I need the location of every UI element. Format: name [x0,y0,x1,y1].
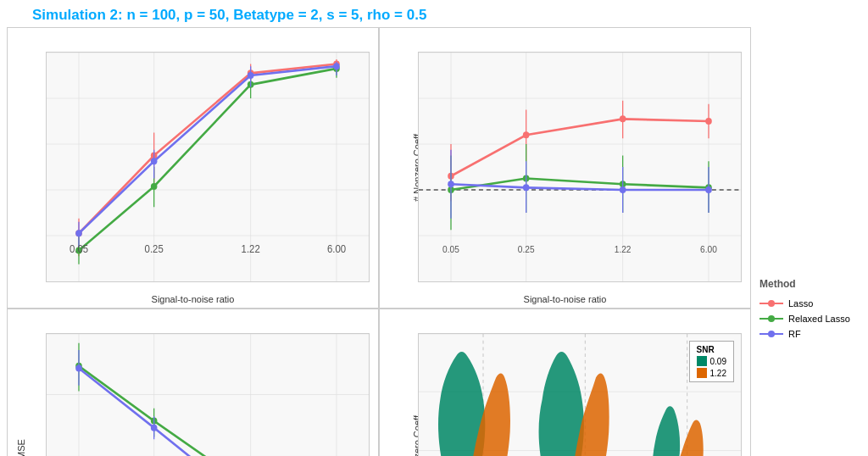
svg-point-59 [705,118,712,125]
legend-line-rf [760,333,783,335]
svg-point-74 [620,186,626,193]
chart-area-tr: 0 5 10 15 20 0.05 0.25 1.22 6.00 [418,52,742,282]
snr-legend: SNR 0.09 1.22 [689,341,734,382]
svg-point-73 [523,184,530,191]
legend-line-relaxed-lasso [760,318,783,320]
svg-point-22 [151,183,158,190]
plots-area: Retention Frequency Signal-to-noise rati… [7,27,861,456]
svg-text:0.05: 0.05 [442,245,459,254]
main-container: Simulation 2: n = 100, p = 50, Betatype … [0,0,868,456]
legend-title: Method [760,278,853,290]
legend-panel: Method Lasso Relaxed Lasso RF [751,27,861,456]
svg-point-31 [248,72,254,79]
snr-label-1.22: 1.22 [710,369,726,378]
svg-point-30 [151,158,158,164]
svg-tl: 0 25 50 75 100 0.05 0.25 1.22 6.00 [47,53,369,281]
legend-item-rf: RF [760,329,853,339]
svg-text:0.05: 0.05 [70,243,89,254]
chart-title: Simulation 2: n = 100, p = 50, Betatype … [7,7,861,24]
panel-retention-frequency: Retention Frequency Signal-to-noise rati… [7,27,379,309]
chart-area-bl: 0 100 200 0.05 0.25 1.22 6.00 [46,333,370,456]
legend-line-lasso [760,303,783,304]
svg-tr: 0 5 10 15 20 0.05 0.25 1.22 6.00 [419,53,741,281]
svg-point-57 [523,131,530,138]
x-label-snr-tl: Signal-to-noise ratio [152,294,235,304]
svg-text:1.22: 1.22 [615,245,632,254]
svg-point-105 [75,364,82,371]
snr-item-1.22: 1.22 [697,368,726,378]
svg-point-106 [151,425,158,431]
y-label-mse: MSE [16,439,26,456]
svg-point-58 [620,115,626,122]
legend-label-relaxed-lasso: Relaxed Lasso [788,314,850,324]
svg-text:0.25: 0.25 [145,243,164,254]
legend-item-relaxed-lasso: Relaxed Lasso [760,314,853,324]
chart-area-tl: 0 25 50 75 100 0.05 0.25 1.22 6.00 [46,52,370,282]
snr-swatch-orange [697,368,707,378]
svg-text:0.25: 0.25 [518,245,535,254]
snr-swatch-teal [697,356,707,366]
legend-dot-rf [768,331,775,337]
chart-area-br: SNR 0.09 1.22 [418,333,742,456]
snr-label-0.09: 0.09 [710,357,726,366]
panel-violin: # Nonzero Coeff Method SNR 0.09 1.22 [379,309,751,456]
legend-label-lasso: Lasso [788,298,813,309]
panel-nonzero-coeff-top: # Nonzero Coeff Signal-to-noise ratio [379,27,751,309]
plots-grid: Retention Frequency Signal-to-noise rati… [7,27,751,456]
legend-label-rf: RF [788,329,801,339]
svg-text:1.22: 1.22 [242,243,260,254]
panel-mse: MSE Signal-to-noise ratio [7,309,379,456]
snr-item-0.09: 0.09 [697,356,726,366]
svg-text:6.00: 6.00 [700,245,717,254]
x-label-snr-tr: Signal-to-noise ratio [524,294,607,304]
legend-dot-relaxed-lasso [768,315,775,322]
svg-point-75 [705,186,712,193]
legend-dot-lasso [768,300,775,307]
svg-text:6.00: 6.00 [327,243,347,254]
legend-item-lasso: Lasso [760,298,853,309]
svg-point-29 [75,230,82,236]
svg-bl: 0 100 200 0.05 0.25 1.22 6.00 [47,334,369,456]
snr-legend-title: SNR [697,345,726,354]
svg-point-72 [448,181,454,187]
svg-point-32 [333,63,340,70]
